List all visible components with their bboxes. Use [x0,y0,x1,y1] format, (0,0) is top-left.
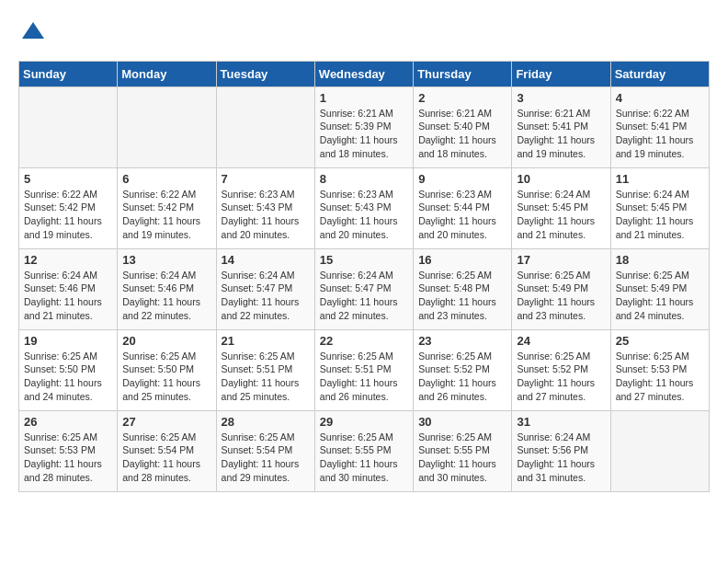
day-info: Sunrise: 6:25 AMSunset: 5:49 PMDaylight:… [616,269,704,323]
calendar-day-cell: 20Sunrise: 6:25 AMSunset: 5:50 PMDayligh… [118,329,216,410]
calendar-day-cell [610,410,709,491]
day-info: Sunrise: 6:24 AMSunset: 5:47 PMDaylight:… [320,269,408,323]
day-number: 11 [616,172,704,186]
weekday-header-cell: Saturday [610,61,709,86]
day-info: Sunrise: 6:21 AMSunset: 5:40 PMDaylight:… [418,107,506,161]
day-info: Sunrise: 6:22 AMSunset: 5:41 PMDaylight:… [616,107,704,161]
day-number: 5 [24,172,112,186]
calendar-day-cell: 30Sunrise: 6:25 AMSunset: 5:55 PMDayligh… [414,410,512,491]
day-number: 24 [517,334,605,348]
day-number: 9 [418,172,506,186]
page-header [18,18,710,46]
calendar-day-cell: 22Sunrise: 6:25 AMSunset: 5:51 PMDayligh… [314,329,413,410]
calendar-day-cell: 17Sunrise: 6:25 AMSunset: 5:49 PMDayligh… [512,248,610,329]
calendar-body: 1Sunrise: 6:21 AMSunset: 5:39 PMDaylight… [19,86,710,491]
day-info: Sunrise: 6:24 AMSunset: 5:56 PMDaylight:… [517,431,605,485]
day-info: Sunrise: 6:22 AMSunset: 5:42 PMDaylight:… [122,188,210,242]
day-number: 1 [320,91,408,105]
day-number: 17 [517,253,605,267]
day-number: 31 [517,415,605,429]
day-info: Sunrise: 6:21 AMSunset: 5:39 PMDaylight:… [320,107,408,161]
logo-icon [20,20,46,40]
day-info: Sunrise: 6:22 AMSunset: 5:42 PMDaylight:… [24,188,112,242]
day-number: 12 [24,253,112,267]
day-info: Sunrise: 6:25 AMSunset: 5:54 PMDaylight:… [122,431,210,485]
calendar-day-cell: 4Sunrise: 6:22 AMSunset: 5:41 PMDaylight… [610,86,709,167]
day-info: Sunrise: 6:21 AMSunset: 5:41 PMDaylight:… [517,107,605,161]
calendar-day-cell: 9Sunrise: 6:23 AMSunset: 5:44 PMDaylight… [414,167,512,248]
calendar-day-cell: 31Sunrise: 6:24 AMSunset: 5:56 PMDayligh… [512,410,610,491]
day-info: Sunrise: 6:25 AMSunset: 5:50 PMDaylight:… [122,350,210,404]
day-info: Sunrise: 6:25 AMSunset: 5:51 PMDaylight:… [320,350,408,404]
day-info: Sunrise: 6:25 AMSunset: 5:49 PMDaylight:… [517,269,605,323]
day-number: 7 [222,172,310,186]
day-info: Sunrise: 6:25 AMSunset: 5:54 PMDaylight:… [222,431,310,485]
day-number: 13 [122,253,210,267]
day-info: Sunrise: 6:23 AMSunset: 5:43 PMDaylight:… [320,188,408,242]
weekday-header-cell: Tuesday [216,61,314,86]
calendar-day-cell: 24Sunrise: 6:25 AMSunset: 5:52 PMDayligh… [512,329,610,410]
day-number: 10 [517,172,605,186]
day-number: 8 [320,172,408,186]
calendar-day-cell [118,86,216,167]
day-info: Sunrise: 6:25 AMSunset: 5:55 PMDaylight:… [418,431,506,485]
day-info: Sunrise: 6:23 AMSunset: 5:43 PMDaylight:… [222,188,310,242]
weekday-header-cell: Thursday [414,61,512,86]
calendar-day-cell: 26Sunrise: 6:25 AMSunset: 5:53 PMDayligh… [19,410,118,491]
calendar-day-cell: 28Sunrise: 6:25 AMSunset: 5:54 PMDayligh… [216,410,314,491]
day-info: Sunrise: 6:25 AMSunset: 5:53 PMDaylight:… [616,350,704,404]
day-number: 29 [320,415,408,429]
calendar-day-cell: 16Sunrise: 6:25 AMSunset: 5:48 PMDayligh… [414,248,512,329]
day-info: Sunrise: 6:25 AMSunset: 5:50 PMDaylight:… [24,350,112,404]
calendar-day-cell: 18Sunrise: 6:25 AMSunset: 5:49 PMDayligh… [610,248,709,329]
day-number: 22 [320,334,408,348]
day-info: Sunrise: 6:25 AMSunset: 5:51 PMDaylight:… [222,350,310,404]
weekday-header-row: SundayMondayTuesdayWednesdayThursdayFrid… [19,61,710,86]
calendar-day-cell [216,86,314,167]
weekday-header-cell: Wednesday [314,61,413,86]
day-number: 16 [418,253,506,267]
day-number: 14 [222,253,310,267]
svg-marker-0 [22,22,44,39]
day-info: Sunrise: 6:24 AMSunset: 5:46 PMDaylight:… [122,269,210,323]
calendar-day-cell: 21Sunrise: 6:25 AMSunset: 5:51 PMDayligh… [216,329,314,410]
day-info: Sunrise: 6:25 AMSunset: 5:48 PMDaylight:… [418,269,506,323]
weekday-header-cell: Monday [118,61,216,86]
calendar-week-row: 1Sunrise: 6:21 AMSunset: 5:39 PMDaylight… [19,86,710,167]
day-info: Sunrise: 6:24 AMSunset: 5:45 PMDaylight:… [517,188,605,242]
day-number: 28 [222,415,310,429]
day-info: Sunrise: 6:24 AMSunset: 5:47 PMDaylight:… [222,269,310,323]
calendar-day-cell: 15Sunrise: 6:24 AMSunset: 5:47 PMDayligh… [314,248,413,329]
calendar-week-row: 26Sunrise: 6:25 AMSunset: 5:53 PMDayligh… [19,410,710,491]
calendar-day-cell: 2Sunrise: 6:21 AMSunset: 5:40 PMDaylight… [414,86,512,167]
calendar-day-cell: 23Sunrise: 6:25 AMSunset: 5:52 PMDayligh… [414,329,512,410]
calendar-day-cell: 6Sunrise: 6:22 AMSunset: 5:42 PMDaylight… [118,167,216,248]
calendar-day-cell: 13Sunrise: 6:24 AMSunset: 5:46 PMDayligh… [118,248,216,329]
calendar-day-cell: 5Sunrise: 6:22 AMSunset: 5:42 PMDaylight… [19,167,118,248]
day-info: Sunrise: 6:23 AMSunset: 5:44 PMDaylight:… [418,188,506,242]
day-number: 15 [320,253,408,267]
day-number: 21 [222,334,310,348]
day-number: 2 [418,91,506,105]
weekday-header-cell: Sunday [19,61,118,86]
calendar-week-row: 5Sunrise: 6:22 AMSunset: 5:42 PMDaylight… [19,167,710,248]
calendar-day-cell: 1Sunrise: 6:21 AMSunset: 5:39 PMDaylight… [314,86,413,167]
calendar-day-cell: 3Sunrise: 6:21 AMSunset: 5:41 PMDaylight… [512,86,610,167]
day-info: Sunrise: 6:24 AMSunset: 5:45 PMDaylight:… [616,188,704,242]
day-info: Sunrise: 6:25 AMSunset: 5:53 PMDaylight:… [24,431,112,485]
day-number: 23 [418,334,506,348]
calendar-day-cell [19,86,118,167]
calendar-day-cell: 19Sunrise: 6:25 AMSunset: 5:50 PMDayligh… [19,329,118,410]
day-number: 27 [122,415,210,429]
calendar-day-cell: 25Sunrise: 6:25 AMSunset: 5:53 PMDayligh… [610,329,709,410]
calendar-day-cell: 12Sunrise: 6:24 AMSunset: 5:46 PMDayligh… [19,248,118,329]
day-info: Sunrise: 6:25 AMSunset: 5:52 PMDaylight:… [418,350,506,404]
day-number: 4 [616,91,704,105]
calendar-day-cell: 14Sunrise: 6:24 AMSunset: 5:47 PMDayligh… [216,248,314,329]
day-info: Sunrise: 6:24 AMSunset: 5:46 PMDaylight:… [24,269,112,323]
day-number: 26 [24,415,112,429]
calendar-day-cell: 7Sunrise: 6:23 AMSunset: 5:43 PMDaylight… [216,167,314,248]
calendar-day-cell: 8Sunrise: 6:23 AMSunset: 5:43 PMDaylight… [314,167,413,248]
day-number: 25 [616,334,704,348]
calendar-day-cell: 27Sunrise: 6:25 AMSunset: 5:54 PMDayligh… [118,410,216,491]
